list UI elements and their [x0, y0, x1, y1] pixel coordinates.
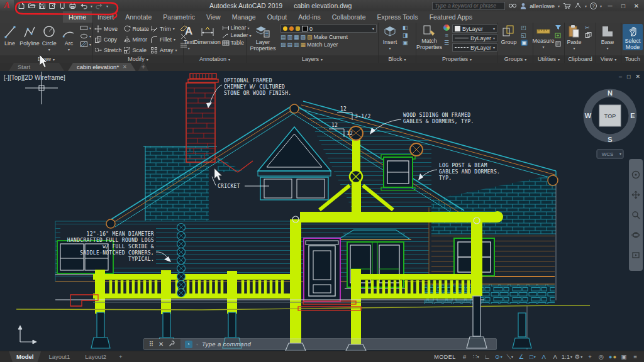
layer-select-dropdown[interactable]: 0 ▾ — [280, 25, 377, 33]
username-label[interactable]: allenlowe — [530, 3, 555, 9]
group-button[interactable]: Group — [498, 23, 519, 45]
properties-panel-label[interactable]: Properties▾ — [416, 55, 497, 63]
fillet-button[interactable]: Fillet▾ — [150, 36, 177, 43]
close-button[interactable]: ✕ — [631, 3, 641, 9]
tab-featured-apps[interactable]: Featured Apps — [424, 11, 478, 23]
layer-walk-icon[interactable]: ▨ — [280, 41, 286, 48]
insert-button[interactable]: Insert▾ — [379, 23, 401, 50]
select-mode-button[interactable]: Select Mode — [623, 24, 643, 50]
dormer-window[interactable] — [381, 155, 415, 190]
tab-collaborate[interactable]: Collaborate — [326, 11, 372, 23]
ellipse-tool-button[interactable]: ▾ — [80, 33, 91, 40]
quick-select-icon[interactable] — [555, 25, 562, 31]
hatch-tool-button[interactable]: ▾ — [80, 41, 91, 48]
text-button[interactable]: A Text▾ — [184, 23, 194, 50]
edit-block-icon[interactable]: ◨ — [402, 32, 408, 38]
app-store-cart-icon[interactable] — [563, 3, 571, 9]
group-selection-icon[interactable]: ▣ — [521, 40, 528, 46]
annotation-scale-icon[interactable]: 1:1▾ — [562, 352, 572, 362]
workspace-switching-icon[interactable]: ⚙▾ — [574, 352, 584, 362]
share-dropdown-icon[interactable]: ▾ — [585, 4, 587, 8]
minimize-button[interactable]: ─ — [605, 3, 615, 9]
model-space-label[interactable]: MODEL — [434, 354, 456, 360]
viewcube-north[interactable]: N — [608, 89, 613, 97]
file-tab-start[interactable]: Start — [9, 63, 64, 71]
line-button[interactable]: Line — [0, 23, 19, 47]
viewcube-top-label[interactable]: TOP — [604, 113, 616, 119]
measure-button[interactable]: Measure▾ — [533, 23, 553, 49]
object-snap-icon[interactable]: □▾ — [528, 352, 538, 362]
calculator-icon[interactable] — [555, 41, 562, 48]
share-icon[interactable] — [574, 3, 582, 9]
block-panel-label[interactable]: Block▾ — [379, 55, 416, 63]
cut-icon[interactable]: ✂ — [585, 25, 592, 31]
block-attributes-icon[interactable]: ▣ — [402, 40, 408, 46]
command-close-icon[interactable]: ✕ — [158, 341, 164, 348]
copy-button[interactable]: Copy — [94, 36, 122, 43]
object-color-dropdown[interactable]: ByLayer▾ — [452, 25, 497, 33]
move-button[interactable]: Move — [94, 25, 122, 33]
porch-railing[interactable] — [93, 274, 472, 299]
match-properties-button[interactable]: Match Properties — [416, 23, 442, 50]
graphics-performance-icon[interactable]: ●● — [608, 352, 618, 362]
qat-customize-icon[interactable]: ▾ — [106, 4, 108, 8]
annotation-visibility-icon[interactable]: Λ — [539, 352, 549, 362]
layout1-tab[interactable]: Layout1 — [41, 351, 77, 362]
layer-freeze-icon[interactable]: ▦ — [294, 34, 299, 40]
trim-button[interactable]: Trim▾ — [150, 25, 177, 33]
tab-manage[interactable]: Manage — [226, 11, 262, 23]
front-door[interactable] — [304, 238, 340, 302]
make-current-button[interactable]: Make Current — [314, 34, 348, 40]
new-drawing-tab-button[interactable]: + — [138, 63, 148, 71]
clean-screen-icon[interactable]: ▣ — [619, 352, 629, 362]
layer-properties-button[interactable]: Layer Properties — [247, 23, 279, 52]
tab-output[interactable]: Output — [262, 11, 293, 23]
command-customize-icon[interactable] — [169, 340, 175, 348]
layer-off-icon[interactable]: ▤ — [280, 34, 286, 40]
array-button[interactable]: Array▾ — [150, 47, 177, 54]
user-avatar-icon[interactable] — [520, 3, 526, 9]
viewport-label[interactable]: [-][Top][2D Wireframe] — [4, 74, 65, 81]
isometric-drafting-icon[interactable]: ⟍▾ — [505, 352, 515, 362]
orbit-icon[interactable] — [631, 231, 640, 239]
match-layer-button[interactable]: Match Layer — [307, 41, 338, 48]
customization-icon[interactable]: ≡ — [630, 352, 640, 362]
rotate-button[interactable]: Rotate — [123, 25, 150, 33]
help-dropdown-icon[interactable]: ▾ — [600, 4, 602, 8]
ortho-icon[interactable]: ∟ — [482, 352, 492, 362]
copy-clip-icon[interactable] — [585, 32, 592, 39]
navigation-bar[interactable] — [629, 159, 643, 271]
autocad-logo-icon[interactable]: A — [0, 0, 14, 11]
create-block-icon[interactable]: ◧ — [402, 25, 408, 31]
color-wheel-icon[interactable] — [443, 25, 450, 31]
isolate-objects-icon[interactable]: ◎ — [596, 352, 606, 362]
arc-button[interactable]: Arc ▾ — [59, 23, 79, 52]
rectangle-tool-button[interactable]: ▾ — [80, 25, 91, 31]
utilities-panel-label[interactable]: Utilities▾ — [533, 55, 564, 63]
snap-icon[interactable]: ∷▾ — [471, 352, 481, 362]
porch-bay[interactable] — [337, 230, 411, 288]
search-binoculars-icon[interactable] — [508, 3, 517, 9]
viewport-close-icon[interactable]: ✕ — [635, 74, 640, 80]
file-tab-cabin-elevation[interactable]: cabin elevation*✕ — [68, 63, 136, 71]
redo-icon[interactable] — [95, 2, 104, 9]
model-tab[interactable]: Model — [9, 351, 41, 362]
tab-add-ins[interactable]: Add-ins — [292, 11, 326, 23]
layer-lock-tool-icon[interactable]: ▧ — [301, 34, 306, 40]
lineweight-dropdown[interactable]: ByLayer▾ — [452, 34, 497, 42]
new-layout-button[interactable]: + — [114, 351, 128, 362]
plot-icon[interactable] — [69, 2, 77, 9]
wcs-label[interactable]: WCS — [602, 151, 614, 157]
viewcube-south[interactable]: S — [608, 136, 612, 143]
user-dropdown-icon[interactable]: ▾ — [558, 4, 560, 8]
annotation-monitor-icon[interactable]: + — [585, 352, 595, 362]
viewport-restore-icon[interactable]: □ — [627, 74, 630, 80]
viewcube-east[interactable]: E — [630, 112, 635, 119]
command-grip-icon[interactable]: ⠿ — [149, 341, 153, 348]
mirror-button[interactable]: Mirror — [123, 36, 150, 43]
tab-view[interactable]: View — [201, 11, 226, 23]
base-button[interactable]: Base▾ — [596, 23, 619, 50]
tab-home[interactable]: Home — [63, 11, 92, 23]
tab-insert[interactable]: Insert — [92, 11, 119, 23]
dimension-button[interactable]: Dimension — [194, 23, 221, 45]
